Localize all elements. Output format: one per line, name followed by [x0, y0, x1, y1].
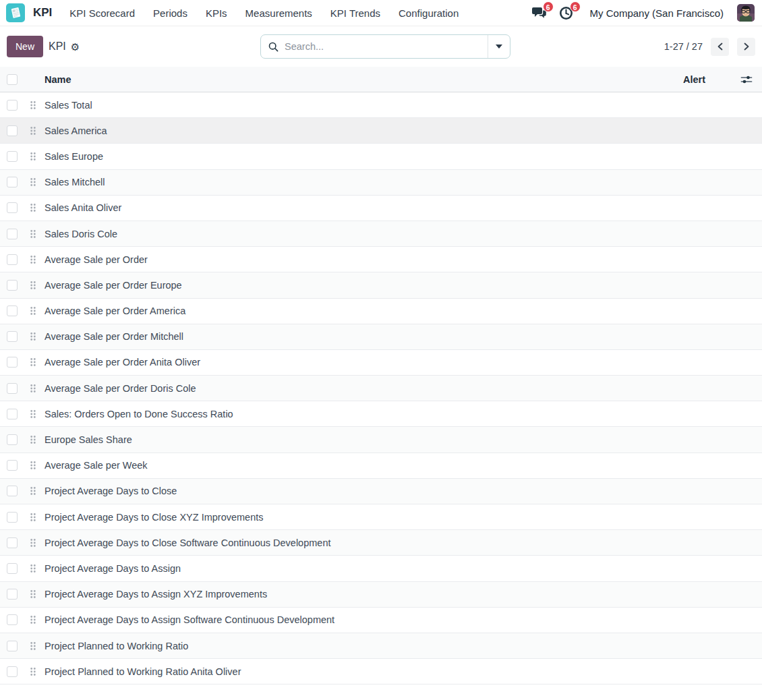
- search-input[interactable]: [285, 41, 480, 52]
- row-checkbox[interactable]: [7, 357, 18, 368]
- menu-item-configuration[interactable]: Configuration: [399, 7, 459, 19]
- drag-handle-icon[interactable]: [30, 486, 36, 496]
- column-header-name[interactable]: Name: [45, 74, 683, 85]
- table-row[interactable]: Sales Mitchell: [0, 170, 762, 196]
- table-row[interactable]: Project Average Days to Assign: [0, 556, 762, 581]
- row-checkbox[interactable]: [7, 280, 18, 291]
- row-checkbox[interactable]: [7, 100, 18, 111]
- drag-handle-icon[interactable]: [30, 564, 36, 573]
- row-name: Project Planned to Working Ratio Anita O…: [45, 666, 683, 677]
- row-checkbox[interactable]: [7, 202, 18, 213]
- row-checkbox[interactable]: [7, 177, 18, 187]
- row-checkbox[interactable]: [7, 434, 18, 445]
- row-name: Sales Total: [45, 100, 683, 111]
- drag-handle-icon[interactable]: [30, 384, 36, 393]
- drag-handle-icon[interactable]: [30, 229, 36, 239]
- row-checkbox[interactable]: [7, 409, 18, 419]
- drag-handle-icon[interactable]: [30, 667, 36, 676]
- app-name[interactable]: KPI: [33, 6, 52, 20]
- table-row[interactable]: Project Average Days to Close XYZ Improv…: [0, 504, 762, 530]
- row-checkbox[interactable]: [7, 229, 18, 239]
- row-name: Average Sale per Order Doris Cole: [45, 383, 683, 394]
- row-checkbox[interactable]: [7, 563, 18, 574]
- row-checkbox[interactable]: [7, 460, 18, 471]
- table-row[interactable]: Sales Total: [0, 92, 762, 118]
- company-selector[interactable]: My Company (San Francisco): [590, 7, 724, 19]
- menu-item-kpi-trends[interactable]: KPI Trends: [330, 7, 380, 19]
- pager-range[interactable]: 1-27 / 27: [664, 41, 703, 52]
- table-row[interactable]: Project Average Days to Close: [0, 479, 762, 504]
- drag-handle-icon[interactable]: [30, 255, 36, 264]
- table-row[interactable]: Sales Anita Oliver: [0, 196, 762, 221]
- optional-columns-button[interactable]: [731, 75, 762, 84]
- pager-next-button[interactable]: [737, 38, 755, 56]
- table-row[interactable]: Average Sale per Order: [0, 247, 762, 272]
- activities-button[interactable]: 6: [558, 5, 575, 21]
- drag-handle-icon[interactable]: [30, 152, 36, 161]
- table-row[interactable]: Project Planned to Working Ratio: [0, 633, 762, 659]
- row-handle-cell: [30, 615, 45, 624]
- column-header-alert[interactable]: Alert: [683, 74, 731, 85]
- messages-button[interactable]: 6: [531, 5, 548, 21]
- drag-handle-icon[interactable]: [30, 589, 36, 599]
- table-row[interactable]: Project Average Days to Close Software C…: [0, 530, 762, 556]
- pager: 1-27 / 27: [664, 38, 755, 56]
- menu-item-kpi-scorecard[interactable]: KPI Scorecard: [69, 7, 135, 19]
- drag-handle-icon[interactable]: [30, 513, 36, 522]
- drag-handle-icon[interactable]: [30, 100, 36, 110]
- table-row[interactable]: Average Sale per Order Anita Oliver: [0, 350, 762, 376]
- pager-previous-button[interactable]: [711, 38, 729, 56]
- table-row[interactable]: Project Average Days to Assign XYZ Impro…: [0, 582, 762, 608]
- row-checkbox[interactable]: [7, 305, 18, 316]
- drag-handle-icon[interactable]: [30, 461, 36, 470]
- table-row[interactable]: Sales Doris Cole: [0, 221, 762, 247]
- row-checkbox[interactable]: [7, 151, 18, 162]
- row-name: Sales Doris Cole: [45, 229, 683, 239]
- table-row[interactable]: Average Sale per Week: [0, 453, 762, 479]
- drag-handle-icon[interactable]: [30, 281, 36, 290]
- row-checkbox[interactable]: [7, 383, 18, 394]
- row-checkbox-cell: [0, 434, 30, 445]
- drag-handle-icon[interactable]: [30, 357, 36, 367]
- row-checkbox[interactable]: [7, 537, 18, 548]
- row-checkbox-cell: [0, 460, 30, 471]
- table-row[interactable]: Average Sale per Order Mitchell: [0, 324, 762, 350]
- drag-handle-icon[interactable]: [30, 177, 36, 187]
- menu-item-kpis[interactable]: KPIs: [206, 7, 227, 19]
- row-checkbox[interactable]: [7, 125, 18, 136]
- user-avatar[interactable]: [737, 4, 755, 22]
- row-checkbox[interactable]: [7, 331, 18, 342]
- drag-handle-icon[interactable]: [30, 332, 36, 341]
- kpi-app-icon[interactable]: [6, 3, 25, 22]
- drag-handle-icon[interactable]: [30, 641, 36, 651]
- table-row[interactable]: Sales: Orders Open to Done Success Ratio: [0, 401, 762, 427]
- drag-handle-icon[interactable]: [30, 409, 36, 419]
- drag-handle-icon[interactable]: [30, 538, 36, 548]
- menu-item-measurements[interactable]: Measurements: [245, 7, 312, 19]
- row-checkbox[interactable]: [7, 614, 18, 625]
- row-checkbox[interactable]: [7, 254, 18, 265]
- table-row[interactable]: Sales Europe: [0, 144, 762, 169]
- select-all-checkbox[interactable]: [7, 74, 18, 85]
- row-checkbox[interactable]: [7, 641, 18, 651]
- table-row[interactable]: Sales America: [0, 118, 762, 144]
- drag-handle-icon[interactable]: [30, 126, 36, 136]
- table-row[interactable]: Average Sale per Order America: [0, 299, 762, 324]
- row-checkbox[interactable]: [7, 486, 18, 496]
- menu-item-periods[interactable]: Periods: [153, 7, 187, 19]
- drag-handle-icon[interactable]: [30, 306, 36, 316]
- drag-handle-icon[interactable]: [30, 203, 36, 212]
- table-row[interactable]: Average Sale per Order Doris Cole: [0, 376, 762, 401]
- new-button[interactable]: New: [7, 36, 43, 57]
- table-row[interactable]: Project Average Days to Assign Software …: [0, 608, 762, 633]
- table-row[interactable]: Europe Sales Share: [0, 427, 762, 453]
- search-options-toggle[interactable]: [488, 35, 510, 58]
- row-checkbox[interactable]: [7, 666, 18, 677]
- table-row[interactable]: Average Sale per Order Europe: [0, 272, 762, 298]
- row-checkbox[interactable]: [7, 512, 18, 523]
- row-checkbox[interactable]: [7, 589, 18, 600]
- gear-icon[interactable]: ⚙: [71, 42, 80, 52]
- drag-handle-icon[interactable]: [30, 615, 36, 624]
- drag-handle-icon[interactable]: [30, 435, 36, 444]
- table-row[interactable]: Project Planned to Working Ratio Anita O…: [0, 659, 762, 684]
